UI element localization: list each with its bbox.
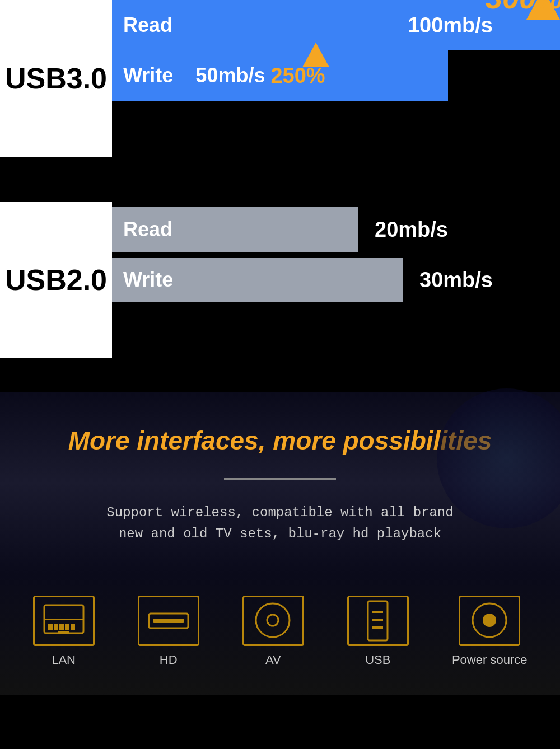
usb3-section: USB3.0 Read 100mb/s 300% — [0, 0, 560, 157]
svg-point-17 — [483, 614, 496, 627]
divider — [224, 478, 336, 480]
usb2-bars: Read 20mb/s Write 30mb/s — [112, 202, 560, 358]
svg-rect-4 — [65, 624, 69, 630]
usb-port-label: USB — [365, 653, 390, 667]
av-label: AV — [265, 653, 281, 667]
av-icon — [252, 600, 294, 642]
usb3-read-speed: 100mb/s — [408, 13, 493, 38]
usb-port-icon-box — [347, 596, 409, 646]
lan-icon — [41, 602, 86, 639]
svg-point-11 — [267, 615, 278, 626]
hd-icon-box — [138, 596, 199, 646]
svg-rect-2 — [54, 624, 58, 630]
usb3-label: USB3.0 — [0, 0, 112, 157]
hd-item: HD — [138, 596, 199, 667]
lan-label: LAN — [52, 653, 76, 667]
svg-rect-6 — [58, 631, 69, 634]
svg-rect-13 — [372, 611, 383, 613]
av-icon-box — [242, 596, 304, 646]
svg-rect-3 — [59, 624, 64, 630]
features-section: More interfaces, more possibilities Supp… — [0, 392, 560, 573]
hd-label: HD — [160, 653, 178, 667]
percent-300: 300% — [486, 0, 560, 15]
usb2-label: USB2.0 — [0, 202, 112, 358]
usb2-section: USB2.0 Read 20mb/s Write 30mb/s — [0, 202, 560, 392]
usb3-write-bar: Write 50mb/s 250% — [112, 50, 448, 101]
usb2-read-bar: Read 20mb/s — [112, 207, 358, 252]
usb3-write-label: Write — [123, 64, 173, 87]
read-arrow-icon — [302, 43, 329, 67]
usb2-read-row: Read 20mb/s — [112, 207, 560, 252]
spacer1 — [0, 157, 560, 202]
svg-rect-1 — [48, 624, 53, 630]
svg-rect-5 — [71, 624, 75, 630]
svg-rect-9 — [153, 619, 184, 623]
usb2-write-speed: 30mb/s — [419, 268, 493, 292]
hd-icon — [146, 607, 191, 635]
svg-point-10 — [256, 603, 290, 637]
description: Support wireless, compatible with all br… — [50, 502, 510, 545]
usb3-write-speed: 50mb/s — [195, 64, 265, 87]
usb2-read-label: Read — [123, 218, 172, 241]
usb3-read-label: Read — [123, 13, 172, 37]
percent-300-container: 300% — [526, 0, 560, 20]
av-item: AV — [242, 596, 304, 667]
usb3-bars: Read 100mb/s 300% Write 50mb/s 250 — [112, 0, 560, 157]
svg-rect-14 — [372, 619, 383, 621]
power-icon-box — [459, 596, 520, 646]
lan-icon-box — [33, 596, 95, 646]
svg-rect-15 — [372, 626, 383, 629]
power-label: Power source — [452, 653, 528, 667]
usb2-write-row: Write 30mb/s — [112, 258, 560, 302]
usb-port-item: USB — [347, 596, 409, 667]
description-line1: Support wireless, compatible with all br… — [106, 505, 453, 520]
power-item: Power source — [452, 596, 528, 667]
power-source-icon — [469, 600, 511, 642]
lan-item: LAN — [33, 596, 95, 667]
interfaces-section: LAN HD AV USB — [0, 573, 560, 695]
usb2-write-bar: Write 30mb/s — [112, 258, 403, 302]
usb2-write-label: Write — [123, 268, 173, 292]
description-line2: new and old TV sets, blu-ray hd playback — [119, 526, 441, 541]
usb2-read-speed: 20mb/s — [375, 218, 448, 242]
usb-port-icon — [362, 598, 393, 643]
